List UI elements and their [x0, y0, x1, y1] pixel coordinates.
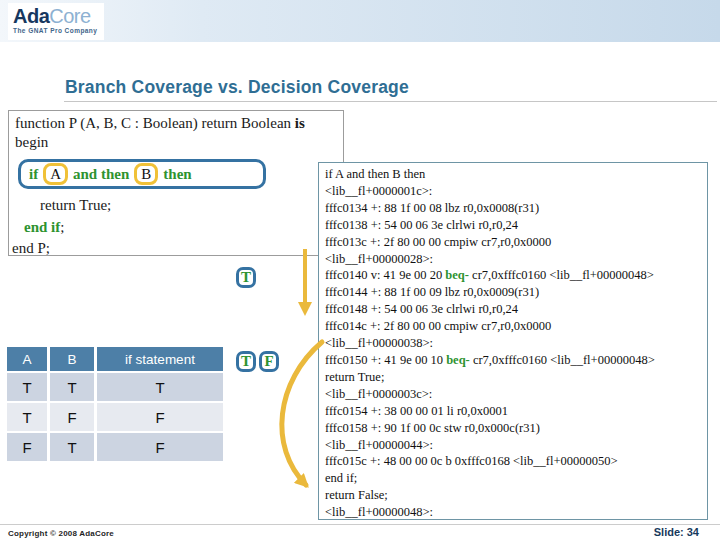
copyright-text: Copyright © 2008 AdaCore — [8, 529, 114, 538]
asm-line: fffc0134 +: 88 1f 00 08 lbz r0,0x0008(r3… — [325, 200, 707, 217]
brand-tagline: The GNAT Pro Company — [13, 27, 104, 34]
adacore-logo: AdaCore The GNAT Pro Company — [8, 3, 104, 40]
asm-line: <lib__fl+00000028>: — [325, 251, 707, 268]
asm-line: end if; — [325, 470, 707, 487]
footer-divider — [0, 524, 720, 525]
asm-line: fffc0138 +: 54 00 06 3e clrlwi r0,r0,24 — [325, 217, 707, 234]
condition-operand: A — [43, 163, 68, 185]
table-header-cell: A — [7, 347, 47, 371]
end-if-keyword: end if — [24, 219, 60, 235]
ada-keyword: if — [29, 166, 38, 183]
return-true-line: return True; — [40, 197, 111, 214]
table-header-cell: if statement — [97, 347, 223, 371]
asm-line: return False; — [325, 487, 707, 504]
asm-line: fffc0154 +: 38 00 00 01 li r0,0x0001 — [325, 403, 707, 420]
slide-title: Branch Coverage vs. Decision Coverage — [65, 77, 409, 98]
declaration-text: function P (A, B, C : Boolean) return Bo… — [15, 115, 295, 131]
flow-arrow-down-icon — [294, 246, 316, 326]
brand-core: Core — [49, 5, 90, 27]
asm-line: fffc0150 +: 41 9e 00 10 beq- cr7,0xfffc0… — [325, 352, 707, 369]
table-cell: F — [50, 403, 94, 431]
begin-line: begin — [15, 134, 48, 151]
table-cell: F — [97, 433, 223, 461]
asm-line: <lib__fl+00000038>: — [325, 335, 707, 352]
curved-branch-arrow-icon — [252, 337, 332, 505]
condition-operand: B — [134, 163, 158, 185]
ada-keyword: then — [163, 166, 191, 183]
slide-number: Slide: 34 — [654, 526, 699, 538]
table-cell: T — [50, 433, 94, 461]
table-cell: F — [7, 433, 47, 461]
asm-line: fffc014c +: 2f 80 00 00 cmpiw cr7,r0,0x0… — [325, 318, 707, 335]
title-divider — [64, 101, 717, 102]
true-branch-badge: T — [236, 267, 256, 288]
table-cell: T — [97, 373, 223, 401]
table-cell: T — [7, 403, 47, 431]
table-cell: F — [97, 403, 223, 431]
asm-line: fffc0140 v: 41 9e 00 20 beq- cr7,0xfffc0… — [325, 267, 707, 284]
table-header-cell: B — [50, 347, 94, 371]
brand-wordmark: AdaCore — [13, 6, 104, 26]
header-band: AdaCore The GNAT Pro Company — [0, 0, 720, 42]
end-if-semicolon: ; — [60, 219, 64, 235]
asm-line: fffc0158 +: 90 1f 00 0c stw r0,0x000c(r3… — [325, 420, 707, 437]
asm-line: return True; — [325, 369, 707, 386]
asm-line: <lib__fl+00000048>: — [325, 504, 707, 520]
table-cell: T — [50, 373, 94, 401]
asm-line: fffc0148 +: 54 00 06 3e clrlwi r0,r0,24 — [325, 301, 707, 318]
ada-keyword: and then — [73, 166, 129, 183]
table-cell: T — [7, 373, 47, 401]
asm-line: <lib__fl+0000003c>: — [325, 386, 707, 403]
asm-line: if A and then B then — [325, 166, 707, 183]
end-if-line: end if; — [24, 219, 64, 236]
asm-line: fffc013c +: 2f 80 00 00 cmpiw cr7,r0,0x0… — [325, 234, 707, 251]
asm-line: <lib__fl+0000001c>: — [325, 183, 707, 200]
asm-line: <lib__fl+00000044>: — [325, 437, 707, 454]
brand-ada: Ada — [13, 5, 49, 27]
function-declaration-line: function P (A, B, C : Boolean) return Bo… — [15, 115, 305, 132]
end-p-line: end P; — [12, 240, 50, 257]
presentation-slide: AdaCore The GNAT Pro Company Branch Cove… — [0, 0, 720, 540]
is-keyword: is — [295, 115, 305, 131]
asm-line: fffc015c +: 48 00 00 0c b 0xfffc0168 <li… — [325, 453, 707, 470]
assembly-panel: if A and then B then<lib__fl+0000001c>:f… — [318, 162, 708, 520]
truth-table: ABif statementTTTTFFFTF — [7, 347, 223, 461]
asm-line: fffc0144 +: 88 1f 00 09 lbz r0,0x0009(r3… — [325, 284, 707, 301]
if-statement-box: ifAand thenBthen — [18, 159, 266, 189]
